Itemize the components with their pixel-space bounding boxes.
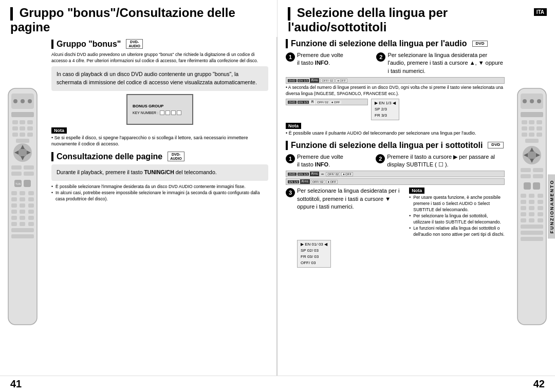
svg-rect-74	[533, 174, 543, 178]
sub-step-num-2: 2	[376, 154, 385, 163]
sub-step-text-1: Premere due volteil tasto INFO.	[297, 153, 343, 169]
nota-section-r1: Nota • È possibile usare il pulsante AUD…	[286, 122, 505, 137]
sub-step-text-3: Per selezionare la lingua desiderata per…	[297, 187, 405, 211]
svg-rect-54	[521, 112, 543, 117]
section1-title: Gruppo "bonus" DVD- AUDIO	[51, 39, 268, 49]
lang-list-sub: ▶ EN 01/ 03 ◀ SP 02/ 03 FR 03/ 03 OFF/ 0…	[297, 240, 331, 268]
svg-rect-35	[11, 203, 17, 208]
sub-step-text-2: Premere il tasto a cursore ▶ per passare…	[387, 153, 505, 169]
key-box-4	[177, 110, 181, 115]
screen-line2-row: KEY NUMBER :	[133, 110, 181, 115]
off-sb1: ⇔	[320, 172, 325, 176]
screen-mockup-container: BONUS GROUP KEY NUMBER :	[51, 94, 268, 125]
subtitle-steps-12: 1 Premere due volteil tasto INFO. 2 Prem…	[286, 153, 505, 169]
off2-sb1: OFF/ 02	[326, 172, 340, 176]
right-page-title: Selezione della lingua per l'audio/sotto…	[288, 6, 534, 34]
svg-rect-13	[20, 133, 25, 137]
svg-rect-11	[27, 126, 33, 130]
svg-rect-25	[24, 172, 34, 176]
sub-status-bar1: DVD EN 1/3 再RE ⇔ OFF/ 02 ♦ OFF	[286, 171, 505, 177]
svg-rect-45	[20, 222, 25, 226]
en-s2: EN 1/3	[298, 101, 309, 104]
svg-rect-44	[11, 222, 17, 226]
step-num-2: 2	[376, 52, 385, 62]
section-gruppo-bonus: Gruppo "bonus" DVD- AUDIO Alcuni dischi …	[51, 39, 268, 147]
svg-point-52	[530, 99, 534, 103]
section-bar-r2	[286, 141, 288, 150]
svg-point-53	[537, 99, 541, 103]
sub-lang-off: OFF/ 03	[301, 260, 327, 266]
svg-rect-24	[11, 172, 22, 176]
svg-rect-12	[12, 133, 18, 137]
svg-rect-36	[20, 203, 25, 208]
sub-step1: 1 Premere due volteil tasto INFO.	[286, 153, 372, 169]
svg-rect-93	[521, 231, 543, 235]
svg-point-51	[523, 99, 527, 103]
nota-section1: Nota • Se si espelle il disco, si spegne…	[51, 127, 268, 147]
svg-rect-64	[525, 139, 539, 143]
svg-rect-39	[20, 210, 25, 214]
right-page: Funzione di selezione della lingua per l…	[278, 37, 555, 376]
svg-rect-82	[538, 200, 543, 204]
rei-status: 再RE	[310, 78, 319, 83]
nota-bullet-2: Per selezionare la lingua dei sottotitol…	[409, 213, 505, 226]
section-bar-r1	[286, 39, 288, 48]
section-lingua-audio: Funzione di selezione della lingua per l…	[286, 39, 505, 137]
svg-rect-61	[522, 133, 527, 137]
nota-label-r1: Nota	[286, 123, 301, 129]
svg-rect-9	[12, 126, 18, 130]
sub-lang-en: ▶ EN 01/ 03 ◀	[301, 241, 327, 248]
nota-bullet-1: Per usare questa funzione, è anche possi…	[409, 195, 505, 213]
svg-rect-94	[521, 237, 543, 241]
svg-rect-75	[524, 182, 531, 190]
right-section1-title: Funzione di selezione della lingua per l…	[286, 39, 505, 48]
lang-list-audio: ▶ EN 1/3 ◀ SP 2/3 FR 3/3	[371, 99, 399, 120]
svg-rect-84	[529, 206, 534, 210]
bullet-2: In alcuni casi, potrebbe essere impossib…	[51, 190, 268, 202]
svg-rect-5	[11, 112, 34, 117]
title-bar-right	[288, 7, 290, 21]
svg-rect-7	[20, 120, 25, 124]
svg-rect-38	[11, 210, 17, 214]
svg-rect-37	[28, 203, 34, 208]
sub-step-num-3: 3	[286, 188, 295, 197]
svg-rect-57	[536, 120, 542, 124]
step-text-2: Per selezionare la lingua desiderata per…	[387, 51, 505, 75]
svg-rect-89	[521, 218, 526, 222]
svg-point-2	[13, 99, 17, 103]
left-page-title: Gruppo "bonus"/Consultazione delle pagin…	[10, 6, 269, 34]
screen-line1: BONUS GROUP	[133, 104, 163, 108]
page-footer: 41 42	[0, 376, 555, 392]
svg-rect-34	[28, 197, 34, 201]
nota-r2-container: Nota Per usare questa funzione, è anche …	[409, 187, 505, 237]
off-sb2: OFF/ 02	[311, 180, 325, 184]
rei-sb2: 再RE	[300, 179, 309, 184]
audio-status-bar2: DVD EN 1/3 再 OFF/ 02 ♦ OFF	[286, 99, 368, 105]
svg-rect-32	[11, 197, 17, 201]
svg-rect-88	[538, 212, 543, 216]
svg-text:TUN: TUN	[15, 182, 21, 185]
svg-rect-33	[20, 197, 25, 201]
step-num-1: 1	[286, 52, 295, 62]
svg-rect-46	[28, 222, 34, 226]
sub-lang-fr: FR 03/ 03	[301, 254, 327, 260]
tuningch-bold: TUNING/CH	[144, 169, 174, 175]
svg-rect-56	[529, 120, 534, 124]
svg-rect-83	[521, 206, 526, 210]
nota-label-1: Nota	[51, 127, 67, 134]
svg-rect-86	[521, 212, 526, 216]
svg-rect-60	[536, 126, 542, 130]
lang-sp: SP 2/3	[375, 106, 396, 113]
dvd-badge-r1: DVD	[472, 41, 488, 47]
svg-rect-6	[12, 120, 18, 124]
rei-s2: 再	[310, 100, 315, 104]
right-section2-title: Funzione di selezione della lingua per i…	[286, 141, 505, 150]
audio-step1: 1 Premere due volteil tasto INFO.	[286, 51, 371, 75]
left-page: TUN	[0, 37, 278, 376]
key-box-1	[160, 110, 164, 115]
en-sb2: EN 1/3	[288, 180, 299, 183]
svg-rect-43	[28, 216, 34, 220]
svg-point-66	[527, 151, 536, 160]
svg-rect-42	[20, 216, 25, 220]
section-consultazione: Consultazione delle pagine DVD- AUDIO Du…	[51, 152, 268, 202]
